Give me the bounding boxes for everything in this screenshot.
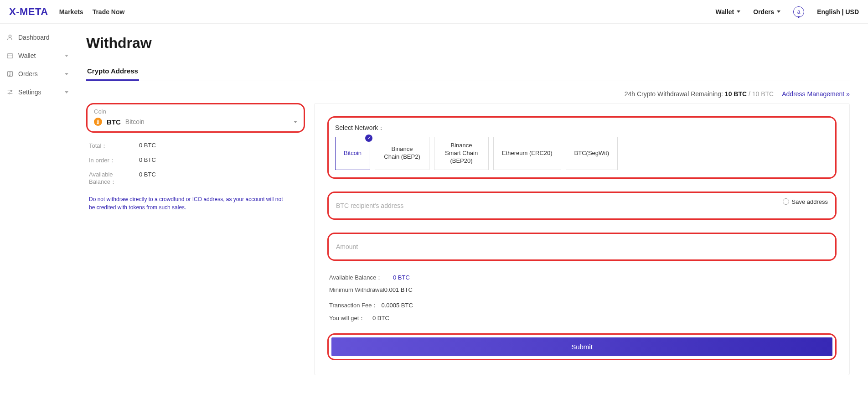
recipient-address-input[interactable] [336, 202, 828, 209]
stat-label: In order： [89, 156, 139, 165]
withdraw-form: Select Network： Bitcoin Binance Chain (B… [314, 103, 850, 375]
address-management-label: Address Management [782, 90, 844, 98]
address-management-link[interactable]: Address Management [782, 90, 850, 98]
logo[interactable]: X-META [9, 6, 48, 18]
detail-label: Transaction Fee： [329, 301, 377, 310]
withdrawal-limit: 24h Crypto Withdrawal Remaining: 10 BTC … [625, 90, 774, 98]
network-option-bitcoin[interactable]: Bitcoin [335, 137, 370, 170]
sidebar-item-wallet[interactable]: Wallet [0, 47, 75, 65]
nav-trade-now[interactable]: Trade Now [93, 8, 125, 16]
caret-down-icon [65, 55, 68, 57]
network-option-bep20[interactable]: Binance Smart Chain (BEP20) [434, 137, 489, 170]
detail-value: 0.001 BTC [384, 286, 413, 293]
detail-fee: Transaction Fee：0.0005 BTC [329, 301, 835, 310]
list-icon [6, 70, 14, 78]
orders-dropdown[interactable]: Orders [753, 8, 780, 16]
sidebar-item-dashboard[interactable]: Dashboard [0, 28, 75, 47]
stat-value: 0 BTC [139, 171, 156, 186]
withdraw-details: Available Balance：0 BTC Minimum Withdraw… [327, 274, 837, 322]
sidebar-label: Wallet [18, 52, 36, 59]
caret-down-icon [65, 73, 68, 75]
coin-label: Coin [94, 108, 297, 115]
submit-wrap: Submit [327, 333, 837, 360]
stat-label: Available Balance： [89, 171, 139, 186]
svg-rect-1 [7, 54, 13, 58]
avatar[interactable]: a [793, 6, 804, 17]
coin-selector[interactable]: Coin ₿ BTC Bitcoin [86, 103, 305, 133]
limit-bold: 10 BTC [725, 90, 747, 98]
caret-down-icon [737, 10, 740, 13]
tab-crypto-address[interactable]: Crypto Address [86, 62, 139, 81]
stat-value: 0 BTC [139, 142, 156, 150]
submit-button[interactable]: Submit [331, 337, 832, 356]
stat-available: Available Balance： 0 BTC [89, 171, 302, 186]
amount-box [327, 233, 837, 261]
network-option-segwit[interactable]: BTC(SegWit) [566, 137, 618, 170]
coin-row: ₿ BTC Bitcoin [94, 118, 297, 126]
svg-point-0 [9, 35, 11, 37]
coin-code: BTC [107, 118, 121, 126]
caret-down-icon [294, 121, 297, 123]
wallet-dropdown[interactable]: Wallet [716, 8, 741, 16]
network-label: Select Network： [335, 124, 829, 132]
limit-label: 24h Crypto Withdrawal Remaining: [625, 90, 725, 98]
caret-down-icon [777, 10, 780, 13]
header: X-META Markets Trade Now Wallet Orders a… [0, 0, 868, 24]
network-options: Bitcoin Binance Chain (BEP2) Binance Sma… [335, 137, 829, 170]
amount-input[interactable] [336, 243, 828, 250]
sidebar-label: Dashboard [18, 34, 50, 41]
sidebar-label: Settings [18, 88, 41, 96]
detail-label: Available Balance： [329, 274, 393, 282]
wallet-label: Wallet [716, 8, 734, 16]
stat-total: Total： 0 BTC [89, 142, 302, 150]
detail-value: 0 BTC [372, 315, 389, 321]
network-option-bep2[interactable]: Binance Chain (BEP2) [375, 137, 429, 170]
detail-value[interactable]: 0 BTC [393, 274, 410, 281]
sidebar-label: Orders [18, 70, 38, 78]
detail-value: 0.0005 BTC [381, 302, 413, 309]
network-option-erc20[interactable]: Ethereum (ERC20) [493, 137, 561, 170]
top-nav: Markets Trade Now [59, 8, 125, 16]
tab-bar: Crypto Address [86, 62, 850, 81]
svg-point-4 [9, 93, 10, 94]
lang-currency[interactable]: English | USD [817, 8, 859, 16]
detail-you-get: You will get：0 BTC [329, 314, 835, 322]
left-column: Coin ₿ BTC Bitcoin Total： 0 BTC In order… [86, 103, 305, 212]
wallet-icon [6, 52, 14, 59]
detail-label: Minimum Withdrawal [329, 286, 384, 293]
bitcoin-icon: ₿ [94, 118, 102, 126]
radio-icon [783, 198, 789, 205]
detail-minimum: Minimum Withdrawal 0.001 BTC [329, 286, 835, 293]
sidebar: Dashboard Wallet Orders Settings [0, 24, 75, 404]
avatar-letter: a [797, 9, 801, 15]
save-address-label: Save address [792, 198, 828, 205]
detail-label: You will get： [329, 314, 372, 322]
save-address-toggle[interactable]: Save address [783, 198, 828, 205]
top-info: 24h Crypto Withdrawal Remaining: 10 BTC … [86, 90, 850, 98]
coin-name: Bitcoin [125, 118, 145, 125]
caret-down-icon [65, 91, 68, 93]
orders-label: Orders [753, 8, 774, 16]
sidebar-item-orders[interactable]: Orders [0, 65, 75, 83]
network-selector: Select Network： Bitcoin Binance Chain (B… [327, 116, 837, 179]
stat-value: 0 BTC [139, 156, 156, 165]
limit-rest: / 10 BTC [747, 90, 774, 98]
nav-markets[interactable]: Markets [59, 8, 83, 16]
page-title: Withdraw [86, 35, 850, 52]
detail-available: Available Balance：0 BTC [329, 274, 835, 282]
coin-stats: Total： 0 BTC In order： 0 BTC Available B… [86, 139, 305, 212]
stat-label: Total： [89, 142, 139, 150]
stat-in-order: In order： 0 BTC [89, 156, 302, 165]
sidebar-item-settings[interactable]: Settings [0, 83, 75, 101]
svg-point-3 [10, 90, 12, 92]
recipient-address-box: Save address [327, 192, 837, 220]
warning-note: Do not withdraw directly to a crowdfund … [89, 195, 285, 212]
chevron-right-icon [846, 90, 850, 98]
sliders-icon [6, 88, 14, 96]
header-right: Wallet Orders a English | USD [716, 6, 859, 17]
main-content: Withdraw Crypto Address 24h Crypto Withd… [75, 24, 868, 404]
user-icon [6, 34, 14, 41]
